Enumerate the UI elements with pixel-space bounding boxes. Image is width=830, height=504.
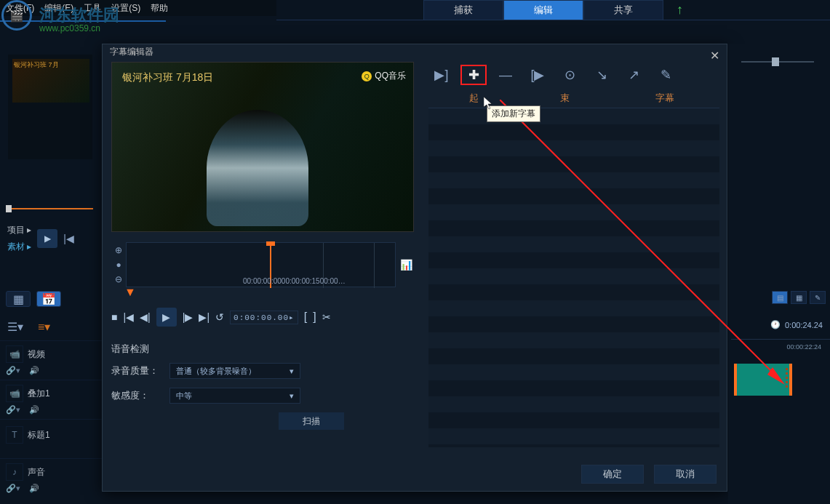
timeline-clip[interactable]	[734, 364, 792, 396]
ok-button[interactable]: 确定	[581, 465, 644, 484]
zoom-in-icon[interactable]: ⊕	[115, 245, 122, 255]
watermark-url: www.pc0359.cn	[39, 23, 100, 33]
zoom-out-icon[interactable]: ⊖	[115, 274, 122, 284]
skip-first-icon[interactable]: |◀	[123, 311, 134, 323]
clock-icon: 🕐	[770, 320, 781, 329]
export-icon[interactable]: ↗	[620, 65, 647, 85]
right-sidebar: ▤ ▦ ✎ 🕐 0:00:24.24 00:00:22:24	[728, 44, 830, 504]
music-icon: ♪	[6, 463, 23, 481]
project-controls: 项目 ▸ 素材 ▸ ▶ |◀	[7, 224, 74, 253]
link-icon[interactable]: 🔗▾	[6, 484, 20, 493]
video-caption: 银河补习班 7月18日	[122, 71, 213, 84]
app-logo-icon: 🎬	[1, 0, 32, 31]
timeline-ruler[interactable]: 00:00:22:24	[731, 339, 830, 353]
jump-start-icon[interactable]: ▶]	[428, 65, 455, 85]
view-timeline-icon[interactable]: 📅	[36, 291, 61, 307]
step-back-icon[interactable]: ◀|	[140, 311, 151, 323]
jump-end-icon[interactable]: [▶	[524, 65, 551, 85]
zoom-knob-icon[interactable]: ●	[116, 260, 121, 270]
tick-1: 00:00:00:15	[282, 277, 320, 285]
volume-icon[interactable]: 🔊	[29, 366, 39, 375]
audio-wave-icon[interactable]: 📊	[400, 259, 412, 271]
timecode-display[interactable]: 0:00:00.00▸	[230, 311, 298, 324]
sensitivity-dropdown[interactable]: 中等▾	[169, 388, 300, 404]
edit-icon[interactable]: ✎	[810, 291, 826, 304]
cursor-icon	[484, 97, 494, 110]
subtitle-editor-dialog: 字幕编辑器 ✕ 银河补习班 7月18日 QQQ音乐 ⊕ ● ⊖	[102, 44, 727, 492]
loop-icon[interactable]: ↺	[215, 311, 224, 323]
volume-slider[interactable]	[741, 61, 814, 65]
mark-out-icon[interactable]: ]	[313, 311, 316, 324]
view-list-icon[interactable]: ▤	[772, 291, 788, 304]
thumbnail-image: 银河补习班 7月	[12, 59, 89, 103]
playhead-marker-icon[interactable]: ▼	[124, 286, 412, 299]
skip-last-icon[interactable]: ▶|	[199, 311, 210, 323]
skip-start-icon[interactable]: |◀	[63, 233, 74, 244]
media-thumbnail[interactable]: 银河补习班 7月	[7, 54, 93, 160]
track-overlay[interactable]: 📹叠加1 🔗▾🔊	[0, 380, 102, 419]
time-shift-icon[interactable]: ⊙	[556, 65, 583, 85]
dialog-close-icon[interactable]: ✕	[710, 49, 719, 63]
volume-icon[interactable]: 🔊	[29, 405, 39, 415]
tool-list-icon[interactable]: ☰▾	[7, 320, 23, 334]
format-icon[interactable]: ✎	[653, 65, 679, 85]
menu-help[interactable]: 帮助	[151, 2, 168, 15]
play-button[interactable]: ▶	[37, 229, 57, 248]
track-title[interactable]: T标题1	[0, 419, 102, 458]
mini-slider[interactable]	[6, 208, 93, 209]
volume-icon[interactable]: 🔊	[29, 484, 39, 493]
sensitivity-label: 敏感度：	[111, 389, 169, 402]
col-end: 束	[519, 88, 610, 108]
scan-button[interactable]: 扫描	[279, 412, 344, 430]
video-preview[interactable]: 银河补习班 7月18日 QQQ音乐	[111, 62, 414, 232]
view-film-icon[interactable]: ▦	[6, 291, 31, 307]
camera-icon: 📹	[6, 345, 23, 363]
tick-0: 00:00:00:00	[243, 277, 282, 285]
dialog-title: 字幕编辑器	[110, 46, 153, 58]
overlay-icon: 📹	[6, 385, 23, 402]
stop-icon[interactable]: ■	[111, 311, 117, 323]
qq-music-badge: QQQ音乐	[362, 70, 406, 82]
duration-display: 0:00:24.24	[785, 321, 823, 329]
tick-2: 00:00…	[320, 277, 346, 285]
material-label[interactable]: 素材 ▸	[7, 241, 31, 253]
waveform-timeline[interactable]: 00:00:00:00 00:00:00:15 00:00…	[126, 242, 396, 287]
col-start: 起	[428, 88, 519, 108]
link-icon[interactable]: 🔗▾	[6, 366, 20, 375]
import-icon[interactable]: ↘	[588, 65, 615, 85]
track-video[interactable]: 📹视频 🔗▾🔊	[0, 340, 102, 380]
col-subtitle: 字幕	[610, 88, 719, 108]
link-icon[interactable]: 🔗▾	[6, 405, 20, 415]
add-subtitle-tooltip: 添加新字幕	[487, 105, 540, 122]
play-icon[interactable]: ▶	[156, 308, 177, 327]
project-label[interactable]: 项目 ▸	[7, 224, 31, 236]
chevron-down-icon: ▾	[290, 391, 294, 401]
quality-dropdown[interactable]: 普通（较多背景噪音）▾	[169, 363, 300, 379]
tool-sort-icon[interactable]: ≡▾	[38, 320, 50, 334]
subtitle-list[interactable]	[428, 108, 719, 447]
mark-in-icon[interactable]: [	[304, 311, 307, 324]
remove-subtitle-icon[interactable]: —	[492, 65, 519, 85]
quality-label: 录音质量：	[111, 364, 169, 377]
cancel-button[interactable]: 取消	[654, 465, 717, 484]
voice-detect-heading: 语音检测	[111, 343, 412, 356]
view-grid-icon[interactable]: ▦	[791, 291, 807, 304]
track-audio[interactable]: ♪声音 🔗▾🔊	[0, 458, 102, 497]
add-subtitle-button[interactable]: ✚	[460, 65, 487, 85]
cut-icon[interactable]: ✂	[322, 311, 331, 323]
chevron-down-icon: ▾	[290, 367, 294, 376]
step-fwd-icon[interactable]: |▶	[183, 311, 193, 323]
text-icon: T	[6, 426, 23, 444]
